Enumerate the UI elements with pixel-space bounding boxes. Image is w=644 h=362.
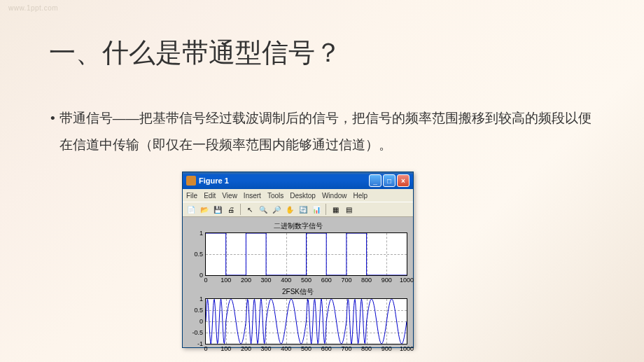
chart-2-title: 2FSK信号 [188, 287, 407, 297]
figure-window: Figure 1 _ □ × File Edit View Insert Too… [182, 172, 414, 348]
datacursor-icon[interactable]: 📊 [311, 204, 322, 215]
chart-1-box: 00.5101002003004005006007008009001000 [205, 232, 407, 276]
open-icon[interactable]: 📂 [199, 204, 210, 215]
menu-tools[interactable]: Tools [267, 192, 284, 200]
toolbar: 📄 📂 💾 🖨 ↖ 🔍 🔎 ✋ 🔄 📊 ▦ ▤ [183, 202, 413, 217]
menu-insert[interactable]: Insert [244, 192, 261, 200]
pan-icon[interactable]: ✋ [284, 204, 295, 215]
chart-2-box: -1-0.500.5101002003004005006007008009001… [205, 298, 407, 344]
legend-icon[interactable]: ▤ [343, 204, 354, 215]
save-icon[interactable]: 💾 [212, 204, 223, 215]
rotate-icon[interactable]: 🔄 [298, 204, 309, 215]
menu-view[interactable]: View [222, 192, 237, 200]
chart-1-title: 二进制数字信号 [188, 221, 407, 231]
window-titlebar: Figure 1 _ □ × [183, 172, 413, 189]
zoom-out-icon[interactable]: 🔎 [271, 204, 282, 215]
bullet-marker: • [50, 105, 55, 158]
plot-area: 二进制数字信号 00.51010020030040050060070080090… [183, 217, 413, 347]
close-button[interactable]: × [397, 174, 410, 187]
minimize-button[interactable]: _ [369, 174, 382, 187]
new-icon[interactable]: 📄 [186, 204, 197, 215]
window-buttons: _ □ × [369, 174, 410, 187]
menu-bar: File Edit View Insert Tools Desktop Wind… [183, 189, 413, 202]
chart-2: 2FSK信号 -1-0.500.510100200300400500600700… [188, 287, 407, 344]
menu-desktop[interactable]: Desktop [290, 192, 316, 200]
menu-edit[interactable]: Edit [204, 192, 216, 200]
slide-content: • 带通信号——把基带信号经过载波调制后的信号，把信号的频率范围搬移到较高的频段… [50, 105, 602, 158]
colorbar-icon[interactable]: ▦ [330, 204, 341, 215]
menu-file[interactable]: File [186, 192, 197, 200]
zoom-in-icon[interactable]: 🔍 [258, 204, 269, 215]
print-icon[interactable]: 🖨 [225, 204, 237, 215]
separator [240, 204, 241, 215]
slide-title: 一、什么是带通型信号？ [49, 35, 342, 71]
chart-1: 二进制数字信号 00.51010020030040050060070080090… [188, 221, 407, 276]
pointer-icon[interactable]: ↖ [244, 204, 255, 215]
menu-window[interactable]: Window [322, 192, 347, 200]
maximize-button[interactable]: □ [383, 174, 396, 187]
content-text: 带通信号——把基带信号经过载波调制后的信号，把信号的频率范围搬移到较高的频段以便… [59, 105, 602, 158]
menu-help[interactable]: Help [354, 192, 368, 200]
separator [326, 204, 326, 215]
watermark-text: www.1ppt.com [8, 4, 58, 12]
window-title: Figure 1 [199, 176, 369, 185]
matlab-icon [186, 176, 196, 186]
